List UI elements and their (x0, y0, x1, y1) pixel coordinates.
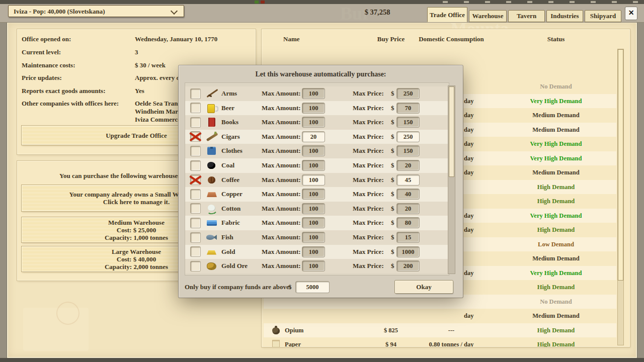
info-label: Current level: (22, 48, 135, 56)
consumption-fragment: day (464, 94, 473, 109)
table-row[interactable]: Paper$ 940.80 tonnes / dayHigh Demand (264, 337, 616, 347)
background-map-strip (0, 0, 644, 4)
fish-checkbox[interactable] (191, 233, 200, 242)
cigars-max-price-input[interactable]: 250 (397, 132, 419, 142)
table-scrollbar[interactable] (617, 49, 624, 345)
tab-shipyard[interactable]: Shipyard (585, 10, 621, 22)
clothes-max-price-input[interactable]: 150 (397, 146, 419, 156)
fabric-max-amount-input[interactable]: 100 (302, 218, 325, 228)
beer-max-amount-input[interactable]: 100 (302, 103, 325, 113)
gold-ore-max-amount-input[interactable]: 100 (302, 261, 325, 271)
table-row[interactable]: dayMedium Demand (264, 309, 616, 323)
currency-label: $ (391, 202, 394, 216)
info-value: 3 (135, 48, 138, 56)
consumption-fragment: day (464, 108, 473, 123)
info-value: Wednesday, January 10, 1770 (135, 35, 217, 43)
max-amount-label: Max Amount: (262, 216, 301, 230)
status-badge: High Demand (508, 223, 604, 237)
background-tick-mark (570, 1, 575, 3)
status-badge: No Demand (508, 295, 604, 309)
funds-threshold-label: Only buy if company funds are above: (185, 283, 291, 291)
close-button[interactable]: ✕ (625, 7, 637, 20)
dialog-scrollbar-thumb[interactable] (449, 86, 454, 177)
city-dropdown[interactable]: Iviza - Pop: 40,000 (Slovetskana) (8, 5, 184, 17)
clothes-checkbox[interactable] (191, 146, 200, 156)
cotton-max-amount-input[interactable]: 100 (302, 204, 325, 214)
good-name: Cotton (221, 202, 240, 216)
gold-ore-checkbox[interactable] (191, 261, 200, 271)
tab-tavern[interactable]: Tavern (508, 10, 545, 22)
coal-max-price-input[interactable]: 20 (397, 160, 419, 170)
funds-threshold-input[interactable]: 5000 (296, 282, 329, 293)
background-tick-mark (485, 1, 490, 3)
status-badge: Medium Demand (508, 251, 604, 266)
dialog-row-clothes: ClothesMax Amount:100Max Price:$150 (185, 144, 449, 158)
fish-max-amount-input[interactable]: 100 (302, 232, 325, 242)
gold-checkbox[interactable] (191, 247, 200, 256)
coffee-max-price-input[interactable]: 45 (397, 175, 419, 185)
copper-max-price-input[interactable]: 40 (397, 189, 419, 199)
table-row[interactable]: Opium$ 825---High Demand (264, 323, 616, 338)
fabric-max-price-input[interactable]: 80 (397, 218, 419, 228)
books-max-price-input[interactable]: 150 (397, 117, 419, 127)
status-badge: Very High Demand (508, 94, 604, 109)
beer-max-price-input[interactable]: 70 (397, 103, 419, 113)
dialog-row-copper: CopperMax Amount:100Max Price:$40 (185, 187, 449, 202)
consumption-fragment: day (464, 209, 473, 223)
max-amount-label: Max Amount: (262, 173, 301, 188)
clothes-max-amount-input[interactable]: 100 (302, 146, 325, 156)
good-name: Coffee (221, 173, 239, 188)
cotton-checkbox[interactable] (191, 204, 200, 213)
tab-industries[interactable]: Industries (546, 10, 583, 22)
cigars-checkbox[interactable] (191, 132, 200, 141)
coffee-max-amount-input[interactable]: 100 (302, 175, 325, 185)
table-scrollbar-thumb[interactable] (618, 49, 623, 281)
info-label: Reports exact goods amounts: (22, 87, 135, 95)
info-label: Other companies with offices here: (22, 100, 135, 108)
status-badge: Very High Demand (508, 137, 604, 151)
status-badge: Low Demand (508, 237, 604, 252)
cotton-max-price-input[interactable]: 20 (397, 204, 419, 214)
status-badge: Medium Demand (508, 165, 604, 180)
tab-warehouse[interactable]: Warehouse (469, 10, 507, 22)
coffee-checkbox[interactable] (191, 175, 200, 185)
status-badge: High Demand (508, 323, 604, 338)
books-max-amount-input[interactable]: 100 (302, 117, 325, 127)
dialog-row-fish: FishMax Amount:100Max Price:$15 (185, 230, 449, 245)
gold-max-price-input[interactable]: 1000 (397, 247, 419, 257)
arms-checkbox[interactable] (191, 89, 200, 99)
gold-max-amount-input[interactable]: 100 (302, 247, 325, 257)
coal-max-amount-input[interactable]: 100 (302, 160, 325, 170)
max-amount-label: Max Amount: (262, 115, 301, 130)
tab-trade-office[interactable]: Trade Office (427, 7, 467, 22)
status-badge: Medium Demand (508, 123, 604, 137)
coal-checkbox[interactable] (191, 161, 200, 170)
good-name: Fabric (221, 216, 240, 230)
cigars-max-amount-input[interactable]: 20 (302, 132, 325, 142)
good-name: Clothes (221, 144, 243, 158)
copper-checkbox[interactable] (191, 190, 200, 199)
dialog-row-coffee: CoffeeMax Amount:100Max Price:$45 (185, 173, 449, 188)
books-checkbox[interactable] (191, 118, 200, 127)
currency-label: $ (391, 245, 394, 259)
fish-max-price-input[interactable]: 15 (397, 232, 419, 242)
dialog-goods-list: ArmsMax Amount:100Max Price:$250BeerMax … (185, 82, 449, 276)
info-label: Price updates: (22, 74, 135, 82)
max-price-label: Max Price: (353, 130, 384, 144)
status-badge: Very High Demand (508, 266, 604, 281)
okay-button[interactable]: Okay (395, 281, 453, 293)
dialog-scrollbar[interactable] (448, 85, 455, 274)
currency-label: $ (391, 144, 394, 158)
copper-max-amount-input[interactable]: 100 (302, 189, 325, 199)
gold-ore-max-price-input[interactable]: 200 (397, 261, 419, 271)
dialog-row-arms: ArmsMax Amount:100Max Price:$250 (185, 86, 449, 101)
background-red-marker (261, 1, 265, 4)
background-tick-mark (548, 1, 553, 3)
arms-max-price-input[interactable]: 250 (397, 88, 419, 99)
arms-max-amount-input[interactable]: 100 (302, 88, 325, 99)
column-header-status: Status (511, 35, 601, 43)
max-price-label: Max Price: (353, 202, 384, 216)
fabric-checkbox[interactable] (191, 218, 200, 228)
books-icon (206, 117, 217, 127)
beer-checkbox[interactable] (191, 103, 200, 113)
